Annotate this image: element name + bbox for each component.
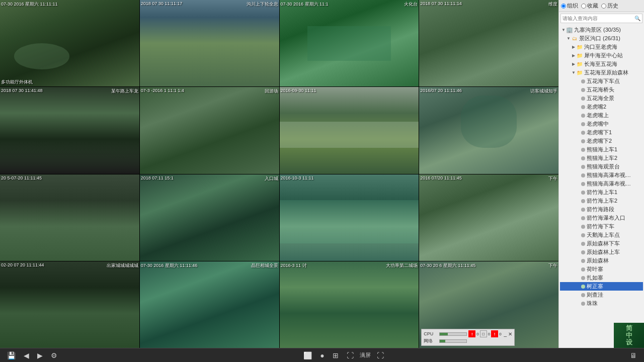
tree-item-8[interactable]: 老虎嘴2 xyxy=(560,103,643,111)
cam2-location: 沟川上下轮全息 xyxy=(247,1,278,8)
video-cell-8[interactable]: 2016/07 20 11:11:46 访客城城知乎 xyxy=(419,87,558,173)
tree-item-26[interactable]: 原始森林 xyxy=(560,256,643,265)
tree-item-3[interactable]: ▶📁长海至五花海 xyxy=(560,60,643,68)
camera-dot-icon xyxy=(581,105,585,109)
video-cell-7[interactable]: 2016-09-30 11:11 xyxy=(280,87,419,173)
tree-item-10[interactable]: 老虎嘴中 xyxy=(560,120,643,128)
cam12-location: 下午 xyxy=(548,175,557,182)
tree-item-2[interactable]: ▶📁犀牛海至中心站 xyxy=(560,51,643,60)
fullscreen-label[interactable]: 满屏 xyxy=(360,351,371,359)
cam16-timestamp: 07-30 20 6 星期六 11:11:45 xyxy=(420,262,475,269)
status-box-1[interactable]: □ xyxy=(480,330,487,337)
tree-item-21[interactable]: 箭竹海瀑布入口 xyxy=(560,214,643,222)
tree-item-18[interactable]: 箭竹海上车1 xyxy=(560,188,643,197)
tab-group-label: 组织 xyxy=(567,2,578,10)
camera-dot-icon xyxy=(581,225,585,229)
tree-item-6[interactable]: 五花海桥头 xyxy=(560,85,643,94)
tab-favorites[interactable]: 收藏 xyxy=(581,2,598,10)
tree-item-25[interactable]: 原始森林上车 xyxy=(560,248,643,256)
camera-dot-icon xyxy=(581,233,585,237)
cam4-location: 维度 xyxy=(548,1,557,8)
minimize-overlay-btn[interactable]: _ xyxy=(504,331,507,337)
video-cell-1[interactable]: 07-30 2016 星期六 11:11:11 多功能厅外体机 xyxy=(0,0,139,86)
video-cell-13[interactable]: 02-20 07 20 11:11:44 出家城城城城城 xyxy=(0,261,139,348)
tree-item-16[interactable]: 熊猫海高瀑布视… xyxy=(560,171,643,179)
tree-item-29[interactable]: 树正寨 xyxy=(560,282,643,291)
tree-item-13[interactable]: 熊猫海上车1 xyxy=(560,145,643,154)
video-cell-16[interactable]: 07-30 20 6 星期六 11:11:45 下午 CPU ! 0 □ xyxy=(419,261,558,348)
tab-group[interactable]: 组织 xyxy=(561,2,578,10)
tree-item-14[interactable]: 熊猫海上车2 xyxy=(560,154,643,162)
cam6-location: 回游场 xyxy=(265,88,278,95)
video-cell-15[interactable]: 2016-3 11 讨 大功率第二城场 xyxy=(280,261,419,348)
video-cell-12[interactable]: 2016 07/20 11:11:45 下午 xyxy=(419,174,558,261)
logo-overlay: 简 中 设 xyxy=(614,323,644,348)
monitor-button[interactable]: 🖥 xyxy=(628,350,639,360)
video-cell-9[interactable]: 20 5-07-20 11:11:45 xyxy=(0,174,139,261)
tree-item-28[interactable]: 扎如寨 xyxy=(560,274,643,282)
tab-history-radio[interactable] xyxy=(601,4,606,9)
tree-item-7[interactable]: 五花海全景 xyxy=(560,94,643,103)
video-cell-4[interactable]: 2018 07 30 11:11:14 维度 xyxy=(419,0,558,86)
prev-button[interactable]: ◀ xyxy=(22,350,31,360)
video-cell-14[interactable]: 07-30 2016 星期六 11:11:46 晶巨相城全景 xyxy=(140,261,279,348)
tree-item-17[interactable]: 熊猫海高瀑布视… xyxy=(560,179,643,188)
tree-item-label: 箭竹海上车1 xyxy=(587,189,642,196)
video-cell-10[interactable]: 2018 07:11 15:1 入口城 xyxy=(140,174,279,261)
tree-item-1[interactable]: ▶📁沟口至老虎海 xyxy=(560,43,643,51)
layout-grid-button[interactable]: ⊞ xyxy=(331,350,341,360)
camera-dot-icon xyxy=(581,293,585,297)
tab-history[interactable]: 历史 xyxy=(601,2,618,10)
tree-root[interactable]: ▼ 🏢 九寨沟景区 (30/35) xyxy=(560,26,643,34)
tree-item-30[interactable]: 则查洼 xyxy=(560,291,643,299)
tree-item-27[interactable]: 荷叶寨 xyxy=(560,265,643,274)
layout-1x1-button[interactable]: ⬜ xyxy=(301,350,314,360)
tab-group-radio[interactable] xyxy=(561,4,566,9)
video-cell-11[interactable]: 2016-10-3 11:11 xyxy=(280,174,419,261)
tree-item-22[interactable]: 箭竹海下车 xyxy=(560,222,643,231)
close-overlay-btn[interactable]: ✕ xyxy=(508,331,512,337)
tree-item-19[interactable]: 箭竹海上车2 xyxy=(560,197,643,205)
subfolder-icon: 📁 xyxy=(576,61,583,68)
tree-item-4[interactable]: ▼📁五花海至原始森林 xyxy=(560,68,643,77)
cam14-timestamp: 07-30 2016 星期六 11:11:46 xyxy=(141,262,198,269)
search-input[interactable] xyxy=(562,16,634,21)
alert-icon-2[interactable]: ! xyxy=(491,330,498,337)
tree-item-11[interactable]: 老虎嘴下1 xyxy=(560,128,643,137)
cam4-timestamp: 2018 07 30 11:11:14 xyxy=(420,1,462,6)
layout-custom-button[interactable]: ⛶ xyxy=(345,350,356,360)
subfolder-icon: 📁 xyxy=(576,44,583,51)
tree-item-15[interactable]: 熊猫海观景台 xyxy=(560,162,643,171)
tree-item-label: 熊猫海高瀑布视… xyxy=(587,171,642,179)
cam15-timestamp: 2016-3 11 讨 xyxy=(281,262,307,269)
tree-item-20[interactable]: 箭竹海路段 xyxy=(560,205,643,214)
tree-item-31[interactable]: 珠珠 xyxy=(560,299,643,308)
search-icon[interactable]: 🔍 xyxy=(634,16,640,21)
video-cell-6[interactable]: 07-3 -2016 1 11:1 1:4 回游场 xyxy=(140,87,279,173)
alert-icon-1[interactable]: ! xyxy=(468,330,475,337)
video-cell-2[interactable]: 2018 07 30 11:11:17 沟川上下轮全息 xyxy=(140,0,279,86)
tree-item-label: 箭竹海上车2 xyxy=(587,197,642,205)
camera-dot-icon xyxy=(581,79,585,83)
cam10-timestamp: 2018 07:11 15:1 xyxy=(141,175,174,180)
cam12-timestamp: 2016 07/20 11:11:45 xyxy=(420,175,462,180)
toolbar-left: 💾 ◀ ▶ ⚙ xyxy=(5,350,59,360)
tree-item-23[interactable]: 天鹅海上车点 xyxy=(560,231,643,239)
camera-dot-icon xyxy=(581,173,585,177)
play-button[interactable]: ▶ xyxy=(35,350,45,360)
expand-button[interactable]: ⛶ xyxy=(375,350,386,360)
tree-item-label: 熊猫海上车2 xyxy=(587,154,642,162)
save-button[interactable]: 💾 xyxy=(5,350,18,360)
tab-favorites-radio[interactable] xyxy=(581,4,586,9)
video-cell-3[interactable]: 07-30 2016 星期六 11:1 火化台 xyxy=(280,0,419,86)
tree-item-9[interactable]: 老虎嘴上 xyxy=(560,111,643,120)
tree-item-0[interactable]: ▼🗂景区沟口 (26/31) xyxy=(560,34,643,43)
tree-item-5[interactable]: 五花海下车点 xyxy=(560,77,643,85)
tree-item-24[interactable]: 原始森林下车 xyxy=(560,239,643,248)
cam1-label: 多功能厅外体机 xyxy=(1,79,33,85)
tree-item-12[interactable]: 老虎嘴下2 xyxy=(560,137,643,145)
folder-icon: 🗂 xyxy=(571,35,578,42)
tree-item-label: 原始森林 xyxy=(587,257,642,264)
video-cell-5[interactable]: 2018 07 30 11:41:48 某午路上车龙 xyxy=(0,87,139,173)
settings-button[interactable]: ⚙ xyxy=(49,350,59,360)
